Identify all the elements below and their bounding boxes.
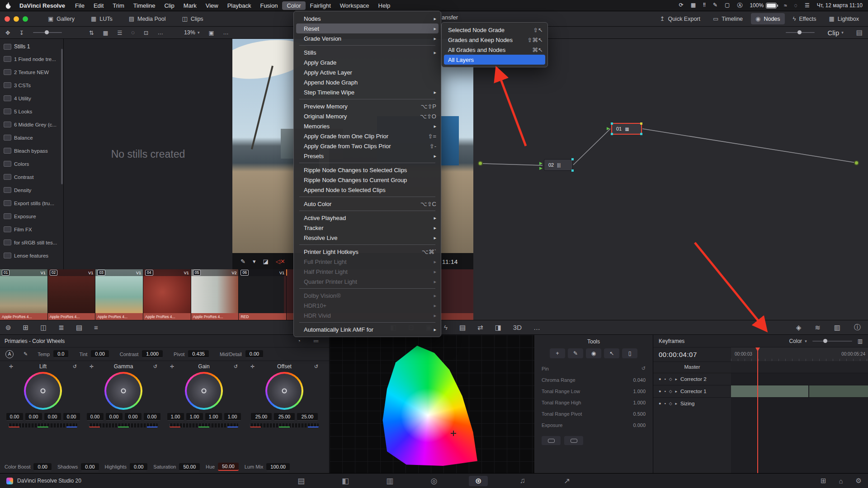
enable-dot-icon[interactable]: ● — [659, 401, 661, 406]
search-icon[interactable]: ◌ — [794, 2, 797, 9]
link-toggle-button[interactable] — [564, 436, 583, 445]
tool-slider-row[interactable]: Tonal Range High 1.000 — [542, 397, 646, 408]
wheel-reset-icon[interactable]: ↺ — [234, 364, 238, 370]
tool-slider-row[interactable]: Tonal Range Low 1.000 — [542, 385, 646, 397]
gallery-header[interactable]: Stills 1 — [0, 41, 63, 52]
color-menu-item[interactable]: Resolve Live ▸ — [294, 233, 441, 243]
expand-arrow-icon[interactable]: ▸ — [675, 377, 678, 381]
color-wheel[interactable] — [185, 372, 223, 410]
wheel-value[interactable]: 1.00 — [186, 413, 203, 421]
wheel-adjust-icon[interactable]: ✛ — [170, 364, 174, 370]
keyframes-ruler[interactable]: 00:00:03 00:00:05:24 — [731, 347, 868, 361]
list-view-icon[interactable]: ☰ — [117, 29, 122, 36]
gallery-album-item[interactable]: Export stills (tru... — [0, 197, 63, 210]
color-menu-item[interactable]: Dolby Vision® ▸ — [294, 291, 441, 300]
menubar-item[interactable]: Fairlight — [306, 1, 335, 10]
wheel-adjust-icon[interactable]: ✛ — [9, 364, 13, 370]
color-menu-item[interactable]: Half Printer Light ▸ — [294, 267, 441, 277]
wheel-adjust-icon[interactable]: ✛ — [250, 364, 255, 370]
gallery-scrollbar[interactable] — [61, 49, 63, 184]
viewer-more-icon[interactable]: … — [223, 29, 229, 36]
pin-show-button[interactable]: ◉ — [586, 348, 601, 358]
wheel-master-slider[interactable] — [89, 423, 158, 427]
wheel-adjust-icon[interactable]: ✛ — [90, 364, 94, 370]
gallery-album-item[interactable]: for sRGB still tes... — [0, 236, 63, 249]
gallery-album-item[interactable]: Exposure — [0, 210, 63, 223]
param-value[interactable]: 0.00 — [33, 463, 51, 471]
wheel-master-slider[interactable] — [170, 423, 238, 427]
list-icon[interactable]: ≡ — [94, 324, 98, 331]
highlight-icon[interactable]: ◨ — [495, 324, 501, 332]
wheel-value[interactable]: 1.00 — [205, 413, 222, 421]
timeline-clip[interactable]: 06 V1 RED — [239, 269, 287, 320]
color-wheel[interactable] — [104, 372, 142, 410]
wheel-reset-icon[interactable]: ↺ — [314, 364, 318, 370]
wheel-reset-icon[interactable]: ↺ — [73, 364, 77, 370]
color-menu-item[interactable]: Preview Memory ⌥⇧P — [294, 101, 441, 111]
color-menu-item[interactable]: Apply Grade from One Clip Prior ⇧= — [294, 131, 441, 141]
tool-slider-value[interactable]: 0.040 — [633, 377, 646, 383]
enable-dot-icon[interactable]: ● — [659, 377, 661, 381]
menubar-item[interactable]: Edit — [89, 1, 108, 10]
tool-slider-value[interactable]: 1.000 — [633, 400, 646, 405]
wheel-value[interactable]: 0.00 — [106, 413, 123, 421]
app-menu-title[interactable]: DaVinci Resolve — [15, 1, 70, 10]
keyframe-row[interactable]: Master — [653, 361, 868, 373]
color-menu-item[interactable]: Presets ▸ — [294, 151, 441, 161]
alert-icon[interactable]: ‼ — [703, 2, 706, 9]
header-button[interactable]: ▦ Lightbox — [824, 13, 863, 24]
reset-submenu-item[interactable]: Selected Node Grade ⇧↖ — [442, 25, 547, 35]
keyframes-playhead[interactable] — [757, 347, 758, 473]
reset-submenu-item[interactable]: All Grades and Nodes ⌘↖ — [442, 45, 547, 55]
color-menu-item[interactable]: Ripple Node Changes to Current Group — [294, 175, 441, 185]
wheel-value[interactable]: 25.00 — [274, 413, 295, 421]
tool-slider-row[interactable]: Exposure 0.000 — [542, 419, 646, 431]
tool-slider-value[interactable]: 1.000 — [633, 389, 646, 394]
add-node-icon[interactable]: ⊞ — [23, 324, 29, 332]
edit-page-icon[interactable]: ▥ — [380, 476, 399, 486]
param-value[interactable]: 0.00 — [91, 350, 108, 358]
wheel-value[interactable]: 1.00 — [224, 413, 241, 421]
keyframe-diamond-icon[interactable]: ◇ — [669, 377, 672, 381]
menubar-item[interactable]: Playback — [223, 1, 256, 10]
fusion-page-icon[interactable]: ◎ — [425, 476, 443, 486]
color-menu-item[interactable]: Grade Version ▸ — [294, 33, 441, 43]
param-value[interactable]: 0.00 — [81, 463, 99, 471]
pen-icon[interactable]: ✎ — [713, 2, 717, 9]
viewer-mode-icon[interactable]: ▣ — [208, 29, 214, 36]
color-menu-item[interactable]: Append Node to Selected Clips — [294, 185, 441, 195]
cut-page-icon[interactable]: ◧ — [336, 476, 355, 486]
expand-arrow-icon[interactable]: ▸ — [675, 389, 678, 394]
split-view-icon[interactable]: ◫ — [40, 324, 47, 332]
param-value[interactable]: 1.000 — [142, 350, 163, 358]
header-button[interactable]: ▤ Media Pool — [124, 13, 170, 24]
deliver-page-icon[interactable]: ↗ — [557, 476, 576, 486]
tool-slider-row[interactable]: Chroma Range 0.040 — [542, 374, 646, 385]
wheel-value[interactable]: 25.00 — [251, 413, 272, 421]
node-zoom-slider[interactable] — [786, 32, 815, 33]
color-menu-item[interactable]: Apply Grade from Two Clips Prior ⇧- — [294, 141, 441, 151]
pin-select-button[interactable]: ↖ — [604, 348, 619, 358]
menubar-item[interactable]: Trim — [108, 1, 129, 10]
battery-indicator[interactable]: 100% — [750, 2, 777, 9]
header-button[interactable]: ◉ Nodes — [751, 13, 784, 24]
corrector-node-01[interactable]: 01 ▦ — [611, 123, 642, 135]
pin-delete-button[interactable]: ▯ — [622, 348, 637, 358]
reset-submenu-item[interactable]: Grades and Keep Nodes ⇧⌘↖ — [442, 35, 547, 45]
3d-label[interactable]: 3D — [513, 324, 522, 331]
color-menu-item[interactable]: Active Playhead ▸ — [294, 213, 441, 223]
wheel-value[interactable]: 0.00 — [125, 413, 142, 421]
pin-remove-button[interactable]: ✎ — [568, 348, 583, 358]
timeline-clip[interactable]: 03 V1 Apple ProRes 4... — [95, 269, 143, 320]
collaboration-icon[interactable]: ⊞ — [821, 477, 826, 485]
menubar-item[interactable]: Mark — [179, 1, 201, 10]
tool-slider-value[interactable]: 0.500 — [633, 411, 646, 417]
color-menu-item[interactable]: Original Memory ⌥⇧O — [294, 111, 441, 121]
picker-icon[interactable]: ✎ — [241, 258, 245, 265]
picker-icon[interactable]: ✎ — [24, 351, 28, 357]
param-value[interactable]: 50.00 — [218, 463, 239, 471]
apple-menu-icon[interactable] — [5, 2, 11, 9]
wheel-master-slider[interactable] — [9, 423, 77, 427]
nodes-view-icon[interactable]: ⊚ — [5, 324, 11, 332]
keyframes-mode-dropdown[interactable]: Color ▾ — [789, 338, 807, 344]
